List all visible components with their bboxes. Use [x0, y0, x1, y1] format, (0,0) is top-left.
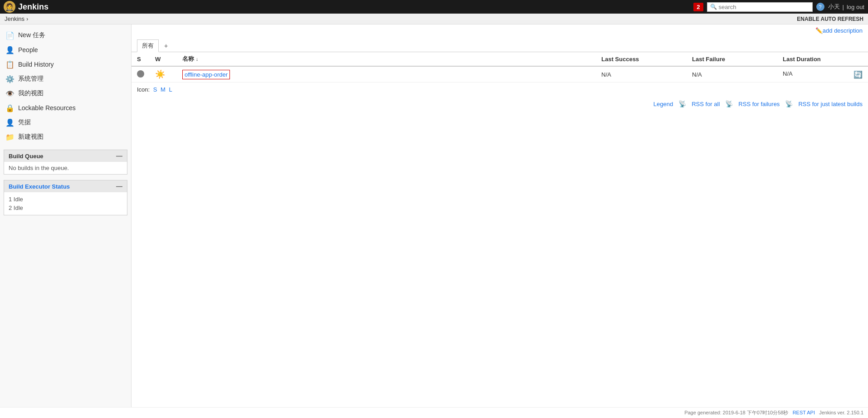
search-input[interactable]: [719, 4, 809, 10]
search-box: 🔍: [707, 2, 813, 12]
header-left: 🤵 Jenkins: [4, 1, 49, 13]
rss-failures-link[interactable]: RSS for failures: [738, 101, 780, 107]
sidebar-nav: 📄 New 任务 👤 People 📋 Build History ⚙️ 系统管…: [0, 28, 131, 144]
breadcrumb: Jenkins › ENABLE AUTO REFRESH: [0, 14, 868, 24]
my-view-label: 我的视图: [18, 89, 44, 97]
name-cell: offline-app-order: [177, 66, 596, 83]
jobs-table: S W 名称 ↓ Last Success Last Failure Last …: [132, 52, 868, 83]
rss-latest-link[interactable]: RSS for just latest builds: [798, 101, 863, 107]
legend-link[interactable]: Legend: [653, 101, 673, 107]
sidebar-item-system-admin[interactable]: ⚙️ 系统管理: [0, 72, 131, 86]
rss-icon-all: 📡: [678, 100, 686, 107]
search-icon: 🔍: [710, 4, 717, 10]
build-executor-header: Build Executor Status —: [4, 180, 127, 192]
lockable-resources-label: Lockable Resources: [18, 104, 76, 112]
my-view-icon: 👁️: [5, 89, 15, 98]
jenkins-logo[interactable]: 🤵 Jenkins: [4, 1, 49, 13]
build-queue-empty: No builds in the queue.: [9, 165, 69, 171]
rss-icon-failures: 📡: [725, 100, 733, 107]
new-icon: 📄: [5, 31, 15, 40]
status-icon: [137, 70, 144, 78]
sidebar-item-build-history[interactable]: 📋 Build History: [0, 57, 131, 72]
build-queue-header: Build Queue —: [4, 150, 127, 162]
build-history-label: Build History: [18, 61, 54, 68]
people-label: People: [18, 46, 38, 53]
new-label: New 任务: [18, 31, 45, 39]
col-header-s: S: [132, 52, 150, 66]
app-header: 🤵 Jenkins 2 🔍 ? 小天 | log out: [0, 0, 868, 14]
header-right: 2 🔍 ? 小天 | log out: [693, 2, 864, 12]
jobs-tbody: ☀️ offline-app-order N/A N/A N/A 🔄: [132, 66, 868, 83]
col-header-last-success: Last Success: [596, 52, 687, 66]
build-queue-collapse[interactable]: —: [116, 152, 122, 160]
system-admin-icon: ⚙️: [5, 74, 15, 83]
main-content: ✏️add description 所有 + S W 名称 ↓ Last Suc…: [132, 24, 868, 415]
add-description-bar: ✏️add description: [132, 24, 868, 37]
page-generated: Page generated: 2019-6-18 下午07时10分58秒: [684, 410, 788, 415]
credentials-label: 凭据: [18, 118, 31, 126]
people-icon: 👤: [5, 45, 15, 54]
new-view-label: 新建视图: [18, 133, 44, 141]
logout-link[interactable]: log out: [847, 4, 864, 10]
executor-rows: 1 Idle2 Idle: [9, 195, 122, 212]
build-history-icon: 📋: [5, 60, 15, 69]
weather-icon: ☀️: [155, 70, 165, 79]
icon-size-m[interactable]: M: [161, 86, 166, 93]
col-header-name[interactable]: 名称 ↓: [177, 52, 596, 66]
build-executor-section: Build Executor Status — 1 Idle2 Idle: [4, 180, 127, 215]
last-success-cell: N/A: [596, 66, 687, 83]
new-view-icon: 📁: [5, 132, 15, 141]
page-layout: 📄 New 任务 👤 People 📋 Build History ⚙️ 系统管…: [0, 24, 868, 415]
sidebar-item-new-view[interactable]: 📁 新建视图: [0, 130, 131, 144]
build-executor-title[interactable]: Build Executor Status: [9, 183, 70, 190]
sidebar-item-lockable-resources[interactable]: 🔒 Lockable Resources: [0, 101, 131, 115]
help-icon[interactable]: ?: [816, 3, 824, 11]
sidebar-item-credentials[interactable]: 👤 凭据: [0, 115, 131, 130]
sort-arrow-name: ↓: [196, 56, 199, 62]
tab-all[interactable]: 所有: [137, 39, 159, 52]
breadcrumb-separator: ›: [26, 15, 28, 22]
schedule-icon: 🔄: [853, 70, 863, 79]
last-failure-cell: N/A: [687, 66, 777, 83]
icon-size-s[interactable]: S: [153, 86, 157, 93]
jenkins-title: Jenkins: [18, 2, 49, 12]
col-header-w: W: [150, 52, 177, 66]
sidebar-item-new[interactable]: 📄 New 任务: [0, 28, 131, 43]
user-section: 小天 | log out: [828, 3, 864, 11]
table-row: ☀️ offline-app-order N/A N/A N/A 🔄: [132, 66, 868, 83]
build-executor-collapse[interactable]: —: [116, 183, 122, 190]
table-header-row: S W 名称 ↓ Last Success Last Failure Last …: [132, 52, 868, 66]
build-queue-body: No builds in the queue.: [4, 162, 127, 174]
credentials-icon: 👤: [5, 118, 15, 127]
notification-badge[interactable]: 2: [693, 3, 703, 11]
sidebar: 📄 New 任务 👤 People 📋 Build History ⚙️ 系统管…: [0, 24, 132, 415]
rss-all-link[interactable]: RSS for all: [692, 101, 720, 107]
rss-icon-latest: 📡: [785, 100, 793, 107]
version-label: Jenkins ver. 2.150.1: [819, 410, 863, 415]
executor-row-2: 2 Idle: [9, 204, 122, 212]
rest-api-link[interactable]: REST API: [793, 410, 815, 415]
username-link[interactable]: 小天: [828, 3, 840, 11]
tabs-bar: 所有 +: [132, 37, 868, 52]
col-header-last-duration: Last Duration: [777, 52, 868, 66]
sidebar-item-people[interactable]: 👤 People: [0, 43, 131, 57]
build-queue-title: Build Queue: [9, 153, 44, 160]
jenkins-avatar: 🤵: [4, 1, 15, 13]
icon-size-l[interactable]: L: [169, 86, 172, 93]
executor-row-1: 1 Idle: [9, 195, 122, 204]
auto-refresh-link[interactable]: ENABLE AUTO REFRESH: [797, 16, 863, 22]
add-tab-button[interactable]: +: [161, 41, 171, 51]
add-description-link[interactable]: ✏️add description: [815, 27, 863, 34]
sidebar-item-my-view[interactable]: 👁️ 我的视图: [0, 86, 131, 101]
job-link[interactable]: offline-app-order: [182, 70, 230, 79]
icon-size-label: Icon:: [137, 86, 150, 93]
build-queue-section: Build Queue — No builds in the queue.: [4, 150, 127, 175]
lockable-resources-icon: 🔒: [5, 103, 15, 112]
page-footer: Page generated: 2019-6-18 下午07时10分58秒 RE…: [0, 407, 868, 415]
last-duration-cell: N/A 🔄: [777, 66, 868, 83]
breadcrumb-jenkins[interactable]: Jenkins: [5, 15, 24, 22]
build-executor-body: 1 Idle2 Idle: [4, 192, 127, 215]
status-cell: [132, 66, 150, 83]
separator: |: [843, 4, 844, 10]
system-admin-label: 系统管理: [18, 75, 44, 83]
